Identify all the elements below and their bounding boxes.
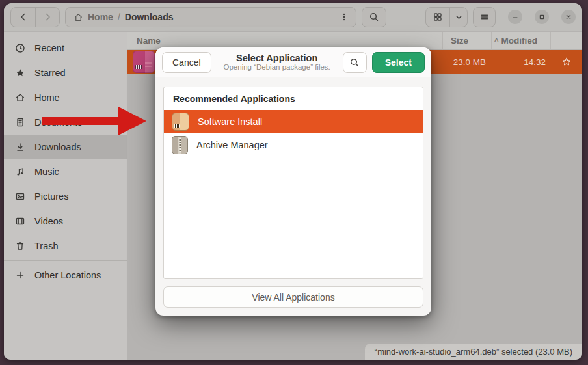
- main-menu-button[interactable]: [473, 7, 496, 27]
- forward-button[interactable]: [35, 8, 59, 27]
- sidebar-item-other-locations[interactable]: Other Locations: [4, 263, 127, 288]
- dialog-title-block: Select Application Opening “Debian packa…: [217, 53, 338, 72]
- status-bar: “mind-work-ai-studio_arm64.deb” selected…: [365, 344, 582, 360]
- file-size-cell: 23.0 MB: [443, 57, 492, 67]
- breadcrumb-separator: /: [118, 12, 120, 22]
- maximize-button[interactable]: [535, 10, 549, 24]
- clock-icon: [15, 43, 25, 53]
- minimize-icon: [511, 13, 519, 21]
- breadcrumb-home[interactable]: Home: [88, 12, 113, 22]
- search-icon: [369, 12, 379, 22]
- sidebar-item-downloads[interactable]: Downloads: [4, 135, 127, 159]
- select-application-dialog: Cancel Select Application Opening “Debia…: [155, 47, 431, 316]
- dialog-subtitle: Opening “Debian package” files.: [217, 63, 338, 72]
- chevron-left-icon: [18, 12, 29, 22]
- sort-ascending-icon: ^: [494, 37, 498, 45]
- chevron-right-icon: [42, 12, 53, 22]
- trash-icon: [15, 241, 25, 251]
- sidebar-item-trash[interactable]: Trash: [4, 234, 127, 258]
- sidebar-label: Videos: [34, 216, 63, 226]
- sidebar-label: Documents: [34, 117, 82, 128]
- sidebar-item-documents[interactable]: Documents: [4, 110, 127, 135]
- home-icon: [74, 12, 83, 22]
- archive-manager-icon: [172, 136, 188, 154]
- select-button[interactable]: Select: [372, 52, 425, 73]
- sidebar-item-home[interactable]: Home: [4, 85, 127, 110]
- dialog-headerbar: Cancel Select Application Opening “Debia…: [155, 47, 431, 77]
- grid-view-button[interactable]: [426, 8, 449, 27]
- dialog-body: Recommended Applications Software Instal…: [155, 77, 431, 316]
- view-dropdown-button[interactable]: [449, 8, 467, 27]
- software-install-icon: [172, 113, 189, 131]
- sidebar-separator: [4, 260, 127, 261]
- cancel-button[interactable]: Cancel: [162, 52, 211, 73]
- sidebar-label: Music: [34, 167, 59, 177]
- nav-button-group: [10, 7, 60, 27]
- column-header-name[interactable]: Name: [127, 32, 443, 49]
- sidebar-item-pictures[interactable]: Pictures: [4, 184, 127, 209]
- maximize-icon: [538, 13, 546, 21]
- search-icon: [349, 57, 360, 68]
- sidebar-label: Trash: [34, 241, 59, 251]
- application-list: Recommended Applications Software Instal…: [163, 87, 423, 279]
- breadcrumb[interactable]: Home / Downloads: [66, 8, 332, 27]
- search-button[interactable]: [362, 7, 386, 27]
- view-all-applications-button[interactable]: View All Applications: [163, 286, 423, 308]
- sidebar-label: Home: [34, 92, 60, 103]
- breadcrumb-current[interactable]: Downloads: [125, 12, 174, 22]
- back-button[interactable]: [11, 8, 35, 27]
- picture-icon: [15, 191, 25, 202]
- sidebar-label: Other Locations: [34, 270, 101, 280]
- plus-icon: [15, 270, 25, 280]
- column-header-star: [551, 32, 582, 49]
- close-button[interactable]: [561, 10, 576, 24]
- star-icon: [15, 68, 25, 78]
- star-outline-icon: [561, 57, 572, 67]
- dialog-title: Select Application: [217, 53, 338, 64]
- sidebar-item-videos[interactable]: Videos: [4, 209, 127, 234]
- grid-view-icon: [433, 12, 443, 22]
- sidebar-label: Starred: [34, 68, 66, 78]
- view-options-group: [425, 7, 468, 27]
- sidebar-item-music[interactable]: Music: [4, 159, 127, 184]
- music-note-icon: [15, 167, 25, 177]
- close-icon: [565, 13, 572, 21]
- film-icon: [15, 216, 25, 226]
- path-menu-button[interactable]: [332, 8, 356, 27]
- recommended-applications-header: Recommended Applications: [164, 87, 423, 110]
- column-header-modified[interactable]: ^ Modified: [492, 32, 551, 49]
- dialog-search-button[interactable]: [343, 52, 367, 73]
- sidebar-item-starred[interactable]: Starred: [4, 61, 127, 85]
- deb-package-icon: [133, 51, 155, 73]
- document-icon: [15, 117, 25, 128]
- sidebar: Recent Starred Home Documents Downloads …: [4, 32, 127, 360]
- breadcrumb-bar: Home / Downloads: [65, 7, 356, 27]
- sidebar-label: Recent: [34, 43, 64, 53]
- sidebar-label: Downloads: [34, 142, 81, 152]
- file-star-cell[interactable]: [551, 57, 582, 67]
- headerbar: Home / Downloads: [4, 3, 582, 31]
- kebab-menu-icon: [339, 12, 349, 22]
- app-row-archive-manager[interactable]: Archive Manager: [164, 133, 423, 157]
- sidebar-label: Pictures: [34, 191, 68, 202]
- chevron-down-icon: [454, 12, 464, 22]
- column-header-size[interactable]: Size: [443, 32, 492, 49]
- file-modified-cell: 14:32: [492, 57, 551, 67]
- app-name: Archive Manager: [196, 140, 268, 150]
- sidebar-item-recent[interactable]: Recent: [4, 36, 127, 61]
- minimize-button[interactable]: [508, 10, 522, 24]
- app-name: Software Install: [198, 116, 262, 127]
- download-icon: [15, 142, 25, 152]
- hamburger-menu-icon: [479, 12, 490, 22]
- home-icon: [15, 92, 25, 103]
- app-row-software-install[interactable]: Software Install: [164, 110, 423, 133]
